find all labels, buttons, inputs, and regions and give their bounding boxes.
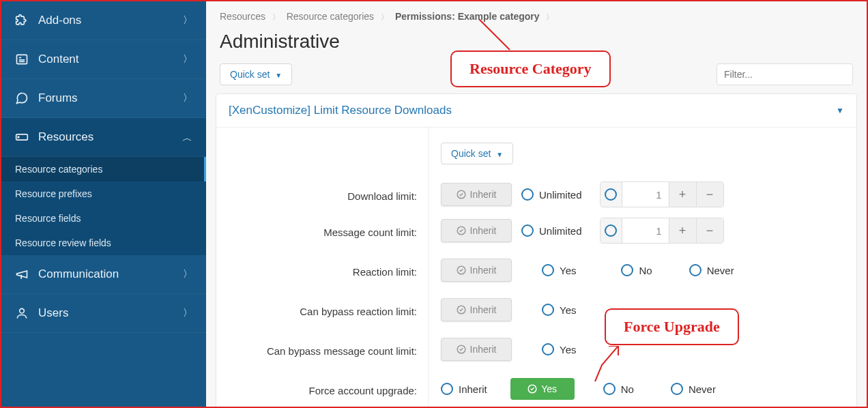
inherit-button[interactable]: Inherit <box>441 259 512 282</box>
radio-icon <box>542 304 554 316</box>
radio-icon <box>605 188 617 201</box>
number-input[interactable] <box>622 182 669 207</box>
inherit-button[interactable]: Inherit <box>441 219 512 242</box>
label-force-upgrade: Force account upgrade: <box>230 370 417 407</box>
check-circle-icon <box>457 265 466 275</box>
quick-set-label: Quick set <box>230 69 270 80</box>
inherit-label: Inherit <box>470 265 497 276</box>
sidebar-item-addons[interactable]: Add-ons 〉 <box>1 1 206 40</box>
puzzle-icon <box>15 14 33 27</box>
sub-item-resource-review-fields[interactable]: Resource review fields <box>1 231 206 255</box>
radio-icon <box>441 383 453 395</box>
radio-label: Unlimited <box>539 225 582 237</box>
caret-down-icon: ▼ <box>275 72 282 79</box>
radio-icon <box>603 383 616 395</box>
sub-item-resource-fields[interactable]: Resource fields <box>1 206 206 231</box>
chevron-right-icon: 〉 <box>272 13 280 21</box>
check-circle-icon <box>457 190 466 199</box>
check-circle-icon <box>457 226 466 235</box>
drive-icon <box>15 130 33 144</box>
label-reaction-limit: Reaction limit: <box>230 252 417 291</box>
sidebar-item-label: Add-ons <box>38 14 81 27</box>
sub-item-resource-categories[interactable]: Resource categories <box>1 157 206 181</box>
yes-label: Yes <box>541 383 557 394</box>
inherit-button[interactable]: Inherit <box>441 338 512 361</box>
annotation-force-upgrade: Force Upgrade <box>605 308 739 345</box>
quick-set-inner-button[interactable]: Quick set ▼ <box>441 143 513 164</box>
panel-header[interactable]: [XenCustomize] Limit Resource Downloads … <box>216 94 856 128</box>
chevron-down-icon: 〉 <box>183 14 192 27</box>
decrement-button[interactable]: − <box>696 218 723 243</box>
crumb-permissions[interactable]: Permissions: Example category <box>395 11 540 22</box>
sidebar-item-label: Content <box>38 53 79 66</box>
inherit-label: Inherit <box>470 304 497 315</box>
radio-never[interactable]: Never <box>689 264 734 276</box>
decrement-button[interactable]: − <box>696 182 723 207</box>
radio-icon <box>671 383 683 395</box>
radio-label: Never <box>707 265 734 276</box>
radio-yes[interactable]: Yes <box>542 264 576 276</box>
caret-down-icon: ▼ <box>496 151 503 158</box>
radio-icon <box>689 264 701 276</box>
number-input-group: + − <box>600 218 724 244</box>
panel-title: [XenCustomize] Limit Resource Downloads <box>229 104 452 117</box>
inherit-button[interactable]: Inherit <box>441 183 512 206</box>
radio-yes[interactable]: Yes <box>542 304 576 316</box>
label-message-count-limit: Message count limit: <box>230 212 417 252</box>
sidebar-item-forums[interactable]: Forums 〉 <box>1 79 206 118</box>
radio-label: Yes <box>560 344 576 355</box>
sidebar-item-content[interactable]: Content 〉 <box>1 40 206 79</box>
sub-item-resource-prefixes[interactable]: Resource prefixes <box>1 181 206 206</box>
radio-icon <box>621 264 633 276</box>
chevron-down-icon: 〉 <box>183 268 192 280</box>
radio-label: Unlimited <box>539 189 582 201</box>
inherit-button[interactable]: Inherit <box>441 298 512 321</box>
caret-down-icon: ▼ <box>836 106 844 115</box>
check-circle-icon <box>457 305 466 315</box>
check-circle-icon <box>527 384 537 394</box>
radio-icon <box>521 188 534 201</box>
radio-never[interactable]: Never <box>671 383 716 395</box>
radio-custom-number[interactable] <box>601 182 622 207</box>
chevron-down-icon: 〉 <box>183 307 192 319</box>
radio-unlimited[interactable]: Unlimited <box>521 188 582 201</box>
filter-input[interactable] <box>717 63 853 85</box>
sidebar-item-resources[interactable]: Resources 〉 <box>1 118 206 157</box>
sidebar-item-communication[interactable]: Communication 〉 <box>1 255 206 294</box>
radio-no[interactable]: No <box>621 264 652 276</box>
crumb-resource-categories[interactable]: Resource categories <box>287 11 374 22</box>
radio-yes[interactable]: Yes <box>542 343 576 355</box>
quick-set-button[interactable]: Quick set ▼ <box>220 63 292 85</box>
chevron-up-icon: 〉 <box>182 132 194 142</box>
annotation-resource-category: Resource Category <box>450 50 611 87</box>
inherit-label: Inherit <box>470 225 497 236</box>
increment-button[interactable]: + <box>669 218 696 243</box>
chevron-down-icon: 〉 <box>183 53 192 65</box>
permissions-panel: [XenCustomize] Limit Resource Downloads … <box>216 93 857 407</box>
radio-unlimited[interactable]: Unlimited <box>521 224 582 237</box>
increment-button[interactable]: + <box>669 182 696 207</box>
quick-set-label: Quick set <box>451 148 491 159</box>
radio-label: Yes <box>560 265 576 276</box>
radio-no[interactable]: No <box>603 383 634 395</box>
sidebar-item-users[interactable]: Users 〉 <box>1 294 206 333</box>
radio-icon <box>542 264 554 276</box>
chevron-down-icon: 〉 <box>183 92 192 104</box>
sidebar: Add-ons 〉 Content 〉 Forums 〉 Resources 〉… <box>1 1 206 407</box>
radio-inherit[interactable]: Inherit <box>441 383 487 395</box>
radio-custom-number[interactable] <box>601 218 622 243</box>
sidebar-item-label: Forums <box>38 91 78 105</box>
crumb-resources[interactable]: Resources <box>220 11 265 22</box>
newspaper-icon <box>15 53 33 66</box>
radio-label: No <box>639 265 652 276</box>
inherit-label: Inherit <box>470 189 497 200</box>
radio-icon <box>521 224 534 237</box>
label-download-limit: Download limit: <box>230 179 417 212</box>
svg-point-5 <box>18 136 19 138</box>
radio-icon <box>542 343 554 355</box>
sidebar-item-label: Users <box>38 306 68 320</box>
number-input[interactable] <box>622 218 669 243</box>
chevron-right-icon: 〉 <box>546 13 553 21</box>
sidebar-sub-items: Resource categories Resource prefixes Re… <box>1 157 206 255</box>
yes-selected-button[interactable]: Yes <box>510 378 575 400</box>
